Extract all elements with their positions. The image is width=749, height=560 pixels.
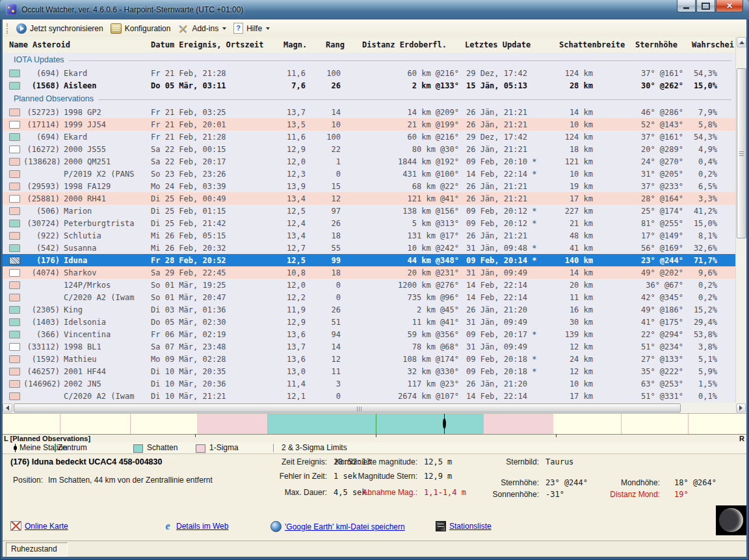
cell-last-update: 15 Jän, 05:13 <box>460 81 555 90</box>
row-checkbox[interactable] <box>9 244 20 252</box>
row-checkbox[interactable] <box>9 281 20 289</box>
table-row[interactable]: (46257)2001 HF44Di 10 Mär, 20:3513,01132… <box>3 365 735 377</box>
station-list-link[interactable]: Stationsliste <box>436 521 492 531</box>
table-row[interactable]: (694)EkardFr 21 Feb, 21:2811,610060 km @… <box>3 131 735 143</box>
help-menu-button[interactable]: Hilfe <box>231 21 274 35</box>
cell-number: (922) <box>23 231 64 240</box>
table-row[interactable]: (542)SusannaMi 26 Feb, 20:3212,75510 km … <box>3 242 735 254</box>
row-checkbox[interactable] <box>9 108 20 116</box>
web-details-link[interactable]: eDetails im Web <box>163 521 228 531</box>
column-header-1[interactable]: Datum Ereignis, Ortszeit <box>151 40 263 49</box>
row-checkbox[interactable] <box>9 380 20 388</box>
table-row[interactable]: (25881)2000 RH41Di 25 Feb, 00:4913,41212… <box>3 192 735 205</box>
row-checkbox[interactable] <box>9 70 20 77</box>
row-checkbox[interactable] <box>9 368 20 375</box>
row-checkbox[interactable] <box>9 269 20 277</box>
vertical-scroll-thumb[interactable] <box>737 68 746 238</box>
close-button[interactable]: ✕ <box>716 0 743 12</box>
cell-star-altitude: 52° @143° <box>594 120 685 129</box>
cell-rank: 18 <box>307 268 342 277</box>
column-header-7[interactable]: Sternhöhe <box>635 40 677 49</box>
table-row[interactable]: (52723)1998 GP2Fr 21 Feb, 03:2513,71414 … <box>3 106 735 118</box>
table-row[interactable]: (146962)2002 JN5Di 10 Mär, 20:3611,43117… <box>3 377 735 390</box>
configuration-button[interactable]: Konfiguration <box>108 22 176 35</box>
maximize-button[interactable] <box>696 0 715 12</box>
table-row[interactable]: (138628)2000 QM251Sa 22 Feb, 20:1712,011… <box>3 155 735 168</box>
table-row[interactable]: (1568)AisleenDo 05 Mär, 03:117,6262 km @… <box>3 79 735 92</box>
addins-menu-button[interactable]: Add-ins <box>175 22 231 35</box>
vertical-scrollbar[interactable] <box>735 37 746 413</box>
cell-magnitude: 12,3 <box>285 170 307 179</box>
cell-last-update: 14 Feb, 22:14 <box>460 392 555 401</box>
row-checkbox[interactable] <box>9 133 20 141</box>
row-checkbox[interactable] <box>9 220 20 227</box>
column-header-8[interactable]: Wahrschei <box>692 40 734 49</box>
table-row[interactable]: (506)MarionDi 25 Feb, 01:1512,597138 km … <box>3 205 735 217</box>
column-header-4[interactable]: Distanz Erdoberfl. <box>362 40 447 49</box>
table-row[interactable]: (33112)1998 BL1Sa 07 Mär, 23:4813,71478 … <box>3 340 735 353</box>
table-row[interactable]: (1403)IdelsoniaDo 05 Mär, 02:3012,95111 … <box>3 316 735 328</box>
column-header-0[interactable]: Name Asteroid <box>9 40 70 49</box>
toolbar-grip[interactable] <box>7 23 10 34</box>
row-checkbox[interactable] <box>9 146 20 153</box>
scroll-right-button[interactable] <box>736 403 746 413</box>
row-checkbox[interactable] <box>9 207 20 215</box>
column-header-5[interactable]: Letztes Update <box>465 40 531 49</box>
scroll-left-button[interactable] <box>3 403 12 413</box>
sync-button[interactable]: Jetzt synchronisieren <box>14 22 108 35</box>
horizontal-scrollbar[interactable] <box>3 403 746 413</box>
ie-icon: e <box>163 521 173 531</box>
table-row[interactable]: P/2019 X2 (PANSSo 23 Feb, 23:2612,30431 … <box>3 168 735 180</box>
horizontal-scroll-thumb[interactable] <box>14 403 681 413</box>
row-checkbox[interactable] <box>9 121 20 129</box>
row-checkbox[interactable] <box>9 355 20 363</box>
cell-date: Mi 26 Feb, 20:32 <box>151 244 285 253</box>
table-row[interactable]: (694)EkardFr 21 Feb, 21:2811,610060 km @… <box>3 67 735 79</box>
row-checkbox[interactable] <box>9 318 20 326</box>
row-checkbox[interactable] <box>9 183 20 190</box>
table-row[interactable]: (176)IdunaFr 28 Feb, 20:5212,59944 km @3… <box>3 254 735 266</box>
cell-last-update: 26 Jän, 21:21 <box>460 108 555 117</box>
row-checkbox[interactable] <box>9 343 20 351</box>
table-row[interactable]: (1592)MathieuMo 09 Mär, 02:2813,612108 k… <box>3 353 735 365</box>
table-row[interactable]: (17114)1999 JJ54Fr 21 Feb, 20:0113,51021… <box>3 118 735 131</box>
cell-shadow-width: 124 km <box>555 69 594 78</box>
row-checkbox[interactable] <box>9 257 20 264</box>
minimize-button[interactable] <box>677 0 696 12</box>
table-row[interactable]: C/2020 A2 (IwamSo 01 Mär, 20:4712,20735 … <box>3 291 735 303</box>
row-checkbox[interactable] <box>9 331 20 338</box>
table-row[interactable]: 124P/MrkosSo 01 Mär, 19:2512,001200 km @… <box>3 279 735 291</box>
moon-phase-image <box>716 505 746 535</box>
cell-date: Fr 06 Mär, 02:19 <box>151 330 285 339</box>
table-row[interactable]: C/2020 A2 (IwamDi 10 Mär, 21:2112,102674… <box>3 390 735 402</box>
row-checkbox[interactable] <box>9 392 20 400</box>
cell-magnitude: 12,9 <box>285 318 307 327</box>
row-checkbox[interactable] <box>9 82 20 90</box>
row-checkbox[interactable] <box>9 170 20 178</box>
row-checkbox[interactable] <box>9 158 20 166</box>
table-row[interactable]: (29593)1998 FA129Mo 24 Feb, 03:3913,9156… <box>3 180 735 192</box>
column-header-3[interactable]: Rang <box>326 40 345 49</box>
row-checkbox[interactable] <box>9 195 20 203</box>
cell-magnitude: 11,6 <box>285 133 307 142</box>
close-icon: ✕ <box>726 1 733 10</box>
scroll-up-button[interactable] <box>737 37 746 47</box>
table-row[interactable]: (2305)KingDi 03 Mär, 01:3611,9262 km @45… <box>3 303 735 316</box>
cell-magnitude: 12,5 <box>285 256 307 265</box>
table-row[interactable]: (16272)2000 JS55Sa 22 Feb, 00:1512,92280… <box>3 143 735 155</box>
title-bar[interactable]: Occult Watcher, ver. 4.6.0.6 - Harpoint-… <box>0 0 749 19</box>
google-earth-kml-link[interactable]: 'Google Earth' kml-Datei speichern <box>270 521 405 532</box>
row-checkbox[interactable] <box>9 232 20 240</box>
row-checkbox[interactable] <box>9 306 20 314</box>
column-header-2[interactable]: Magn. <box>283 40 307 49</box>
cell-date: Di 25 Feb, 01:15 <box>151 207 285 216</box>
row-checkbox[interactable] <box>9 294 20 301</box>
online-map-link[interactable]: Online Karte <box>10 521 68 531</box>
table-row[interactable]: (30724)PeterburgtristaDi 25 Feb, 21:4212… <box>3 217 735 229</box>
column-header-6[interactable]: Schattenbreite <box>559 40 625 49</box>
table-row[interactable]: (4074)SharkovSa 29 Feb, 22:4510,81820 km… <box>3 266 735 279</box>
group-header: IOTA Updates <box>3 53 735 67</box>
table-row[interactable]: (922)SchlutiaMi 26 Feb, 05:1513,418131 k… <box>3 229 735 242</box>
detail-label-9: Mondhöhe: <box>3 478 660 487</box>
table-row[interactable]: (366)VincentinaFr 06 Mär, 02:1913,69459 … <box>3 328 735 340</box>
